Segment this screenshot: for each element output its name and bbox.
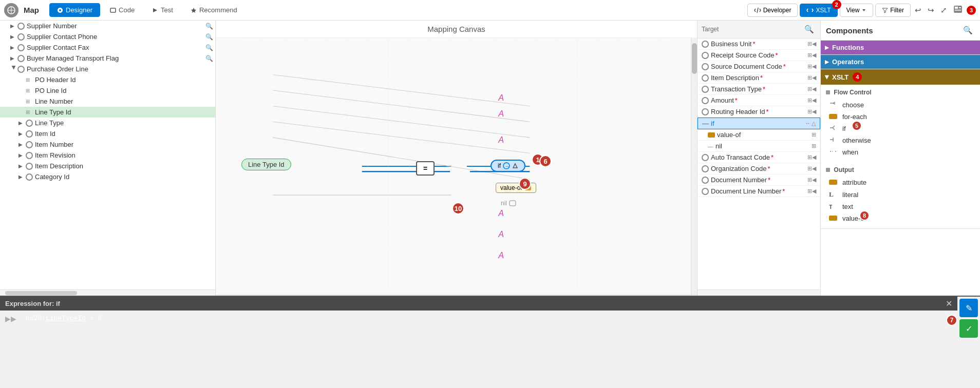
annotation-7: 7 — [946, 315, 957, 326]
tree-item-buyer-managed[interactable]: ▶ Buyer Managed Transport Flag 🔍 — [0, 53, 215, 64]
arrow-icon: ▶ — [11, 66, 17, 73]
tab-code[interactable]: Code — [102, 3, 142, 17]
expr-close-btn[interactable]: ✕ — [946, 299, 952, 308]
tab-test[interactable]: Test — [144, 3, 181, 17]
node-line-type-id[interactable]: Line Type Id — [241, 159, 291, 170]
right-item-item-description[interactable]: Item Description * ⊞◀ — [698, 72, 820, 84]
right-item-auto-transact-code[interactable]: Auto Transact Code * ⊞◀ — [698, 152, 820, 163]
tree-item-supplier-contact-fax[interactable]: ▶ Supplier Contact Fax 🔍 — [0, 42, 215, 53]
expr-confirm-btn[interactable]: ✓ — [959, 319, 978, 338]
tree-item-item-revision[interactable]: ▶ Item Revision — [0, 150, 215, 161]
tree-item-po-line-id[interactable]: ⊞ PO Line Id — [0, 85, 215, 96]
view-btn[interactable]: View — [840, 4, 874, 17]
search-icon[interactable]: 🔍 — [205, 33, 213, 41]
right-item-amount[interactable]: Amount * ⊞◀ — [698, 95, 820, 106]
expr-title: Expression for: if — [5, 300, 60, 307]
node-equals[interactable]: = — [416, 161, 435, 176]
foreach-icon — [829, 113, 839, 121]
v-scrollbar-canvas[interactable] — [691, 38, 697, 295]
menu-btn[interactable] — [951, 3, 965, 17]
expr-edit-btn[interactable]: ✎ — [959, 299, 978, 317]
tree-item-category-id[interactable]: ▶ Category Id — [0, 171, 215, 182]
field-icon — [702, 41, 709, 48]
field-icon — [702, 74, 709, 82]
arrow-icon: ▶ — [10, 23, 17, 29]
h-scrollbar-canvas[interactable] — [216, 295, 697, 296]
redo-btn[interactable]: ↪ — [926, 4, 936, 17]
svg-marker-30 — [513, 164, 517, 168]
otherwise-icon — [829, 137, 839, 144]
tree-item-item-description[interactable]: ▶ Item Description — [0, 161, 215, 171]
tree-item-item-id[interactable]: ▶ Item Id — [0, 128, 215, 139]
right-item-organization-code[interactable]: Organization Code * ⊞◀ — [698, 163, 820, 174]
right-panel-search[interactable]: 🔍 — [802, 23, 816, 36]
tree-item-line-type-id[interactable]: ⊞ Line Type Id — [0, 107, 215, 118]
right-item-source-document-code[interactable]: Source Document Code * ⊞◀ — [698, 61, 820, 72]
comp-item-attribute[interactable]: attribute — [821, 177, 980, 188]
canvas-inner[interactable]: A A A A A A Line Type Id = if — [216, 38, 697, 295]
tree-item-line-number[interactable]: ⊞ Line Number — [0, 96, 215, 107]
comp-item-literal[interactable]: L literal — [821, 188, 980, 201]
field-icon — [702, 154, 709, 161]
svg-rect-13 — [241, 38, 671, 295]
comp-item-for-each[interactable]: for-each — [821, 111, 980, 123]
three-badge: 3 — [967, 6, 976, 15]
comp-section-operators: ▶ Operators — [821, 55, 980, 69]
comp-item-text[interactable]: T text — [821, 201, 980, 212]
arrow-icon: ▶ — [18, 142, 26, 147]
comp-item-otherwise[interactable]: otherwise — [821, 134, 980, 146]
comp-item-when[interactable]: when — [821, 146, 980, 158]
right-item-receipt-source-code[interactable]: Receipt Source Code * ⊞◀ — [698, 50, 820, 61]
developer-btn[interactable]: Developer — [747, 4, 798, 17]
value-of-icon — [708, 132, 715, 138]
comp-item-if[interactable]: if 5 — [821, 123, 980, 134]
node-nil[interactable]: nil — [501, 200, 516, 207]
field-icon — [702, 108, 709, 115]
comp-search[interactable]: 🔍 — [961, 24, 975, 37]
right-item-document-number[interactable]: Document Number * ⊞◀ — [698, 174, 820, 186]
h-scrollbar[interactable] — [5, 291, 77, 295]
right-item-transaction-type[interactable]: Transaction Type * ⊞◀ — [698, 84, 820, 95]
field-icon — [17, 44, 25, 51]
tab-recommend[interactable]: Recommend — [183, 3, 245, 17]
filter-btn[interactable]: Filter — [875, 4, 911, 17]
right-item-if[interactable]: — if ↔ △ — [698, 118, 820, 129]
undo-btn[interactable]: ↩ — [913, 4, 924, 17]
right-item-business-unit[interactable]: Business Unit * ⊞◀ — [698, 38, 820, 50]
expr-content[interactable]: ns28:LineTypeId = 6 — [22, 311, 946, 327]
svg-line-17 — [273, 122, 530, 153]
left-panel: ▶ Supplier Number 🔍 ▶ Supplier Contact P… — [0, 21, 216, 296]
comp-operators-header[interactable]: ▶ Operators — [821, 55, 980, 69]
comp-xslt-header[interactable]: ▶ XSLT 4 — [821, 69, 980, 85]
h-scrollbar-right[interactable] — [698, 289, 820, 296]
expand-btn[interactable]: ⤢ — [938, 4, 949, 17]
search-icon[interactable]: 🔍 — [205, 44, 213, 51]
field-icon — [17, 33, 25, 41]
search-icon[interactable]: 🔍 — [205, 23, 213, 30]
right-item-nil[interactable]: — nil ⊞ — [698, 141, 820, 152]
tree-item-line-type[interactable]: ▶ Line Type — [0, 118, 215, 128]
search-icon[interactable]: 🔍 — [205, 55, 213, 62]
right-item-value-of[interactable]: value-of ⊞ — [698, 129, 820, 141]
annotation-8: 8 — [859, 210, 870, 221]
right-item-routing-header-id[interactable]: Routing Header Id * ⊞◀ — [698, 106, 820, 118]
svg-text:A: A — [498, 109, 504, 118]
comp-item-choose[interactable]: choose — [821, 99, 980, 111]
v-scroll-thumb[interactable] — [692, 43, 697, 74]
tree-item-supplier-contact-phone[interactable]: ▶ Supplier Contact Phone 🔍 — [0, 31, 215, 42]
arrow-icon: ▶ — [18, 120, 26, 126]
tree-item-purchase-order-line[interactable]: ▶ Purchase Order Line — [0, 64, 215, 74]
tree-item-po-header-id[interactable]: ⊞ PO Header Id — [0, 74, 215, 85]
comp-flow-control: Flow Control choose — [821, 85, 980, 162]
group-icon — [17, 66, 25, 73]
arrow-icon: ▶ — [10, 45, 17, 50]
tab-designer[interactable]: Designer — [49, 3, 100, 17]
node-if[interactable]: if ↔ — [491, 160, 525, 172]
tree-item-item-number[interactable]: ▶ Item Number — [0, 139, 215, 150]
right-item-document-line-number[interactable]: Document Line Number * ⊞◀ — [698, 186, 820, 197]
tree-item-supplier-number[interactable]: ▶ Supplier Number 🔍 — [0, 21, 215, 31]
comp-functions-header[interactable]: ▶ Functions — [821, 41, 980, 54]
svg-text:A: A — [498, 250, 504, 260]
comp-item-value-of[interactable]: value-of 8 — [821, 212, 980, 224]
xslt-btn[interactable]: XSLT 2 — [800, 4, 837, 17]
